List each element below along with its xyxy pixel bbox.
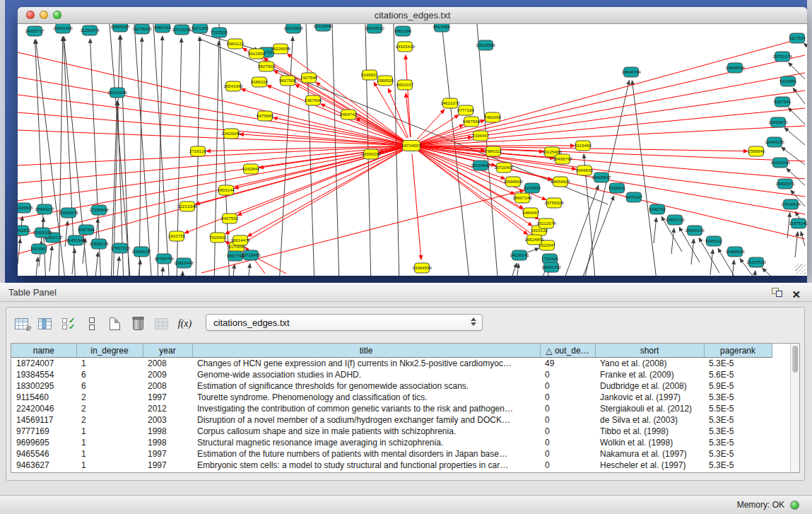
table-cell[interactable]: 2003	[143, 414, 192, 426]
graph-node[interactable]: 10453732	[665, 215, 685, 225]
graph-edge[interactable]	[113, 35, 120, 276]
graph-node[interactable]: 15276023	[132, 24, 152, 34]
table-cell[interactable]: 19384554	[11, 369, 76, 380]
graph-node[interactable]: 10688609	[503, 177, 523, 187]
table-cell[interactable]: 5.5E-5	[704, 403, 772, 414]
graph-edge[interactable]	[516, 264, 519, 276]
graph-node[interactable]: 13718485	[241, 250, 261, 260]
graph-node[interactable]: 9129966	[779, 76, 797, 86]
table-cell[interactable]: 0	[540, 392, 595, 403]
table-cell[interactable]: Stergiakouli et al. (2012)	[595, 403, 704, 414]
graph-node[interactable]: 14055717	[25, 26, 45, 36]
graph-node[interactable]: 11408608	[725, 247, 745, 257]
graph-node[interactable]: 7625402	[209, 233, 227, 243]
table-cell[interactable]: 1	[76, 426, 143, 437]
graph-node[interactable]: 10655287	[110, 24, 130, 32]
graph-node[interactable]: 9338911	[608, 183, 625, 193]
graph-node[interactable]: 3913967	[30, 244, 48, 254]
graph-node[interactable]: 2718126	[189, 146, 207, 156]
graph-node[interactable]: 12923448	[174, 258, 194, 268]
graph-edge[interactable]	[160, 267, 163, 276]
table-cell[interactable]: 0	[540, 448, 595, 460]
delete-table-button[interactable]	[129, 315, 148, 334]
graph-node[interactable]: 1595840	[748, 146, 765, 156]
graph-node[interactable]: 11252478	[80, 25, 100, 35]
graph-node[interactable]: 9227343	[774, 97, 792, 107]
graph-node[interactable]: 15994227	[35, 204, 54, 214]
graph-node[interactable]: 7462056	[484, 112, 502, 122]
table-cell[interactable]: 6	[76, 380, 143, 392]
graph-edge[interactable]	[579, 196, 614, 276]
graph-node[interactable]: 22420046	[221, 129, 241, 139]
table-row[interactable]: 946554611997Estimation of the future num…	[11, 448, 772, 460]
table-cell[interactable]: 9777169	[11, 426, 76, 437]
import-table-button[interactable]	[152, 315, 171, 334]
graph-node[interactable]: 7515520	[211, 28, 228, 37]
table-select-dropdown[interactable]: citations_edges.txt	[206, 314, 483, 331]
table-cell[interactable]: 1997	[143, 448, 192, 460]
table-cell[interactable]: Tibbo et al. (1998)	[595, 426, 704, 437]
table-cell[interactable]: 5.3E-5	[704, 437, 772, 448]
column-header-pagerank[interactable]: pagerank	[704, 344, 772, 358]
graph-edge[interactable]	[279, 37, 293, 276]
graph-node[interactable]: 16648784	[621, 67, 641, 77]
graph-node[interactable]: 16210643	[770, 158, 790, 168]
table-cell[interactable]: 5.3E-5	[704, 358, 772, 370]
graph-node[interactable]: 11675342	[789, 218, 807, 228]
column-header-title[interactable]: title	[192, 344, 540, 358]
graph-edge[interactable]	[417, 110, 445, 139]
graph-node[interactable]: 17957223	[110, 243, 130, 253]
graph-node[interactable]: 9115460	[575, 141, 592, 151]
function-builder-button[interactable]: f(x)	[175, 315, 194, 334]
table-row[interactable]: 946362711997Embryonic stem cells: a mode…	[11, 460, 772, 471]
table-cell[interactable]: 2008	[143, 358, 192, 370]
column-header-name[interactable]: name	[11, 344, 76, 358]
graph-node[interactable]: 19384554	[412, 263, 432, 273]
graph-node[interactable]: 9484067	[522, 208, 540, 218]
table-scrollbar[interactable]	[790, 344, 799, 472]
graph-node[interactable]: 15720407	[494, 163, 514, 173]
graph-edge[interactable]	[788, 107, 805, 124]
graph-node[interactable]: 1810755	[168, 231, 186, 241]
graph-node[interactable]: 11451944	[66, 235, 86, 245]
graph-node[interactable]: 10958107	[131, 247, 151, 257]
graph-node[interactable]: 9242844	[242, 164, 260, 174]
graph-edge[interactable]	[153, 24, 170, 276]
table-cell[interactable]: Tourette syndrome. Phenomenology and cla…	[192, 392, 540, 403]
graph-edge[interactable]	[264, 58, 404, 141]
graph-edge[interactable]	[49, 246, 52, 271]
table-cell[interactable]: 2	[76, 414, 143, 426]
graph-edge[interactable]	[753, 271, 755, 276]
table-cell[interactable]: Investigating the contribution of common…	[192, 403, 540, 414]
table-cell[interactable]: 1998	[143, 437, 192, 448]
table-cell[interactable]: Embryonic stem cells: a model to study s…	[192, 460, 540, 471]
table-cell[interactable]: 9465546	[11, 448, 76, 460]
graph-node[interactable]: 16649510	[365, 24, 384, 33]
graph-node[interactable]: 7986322	[485, 146, 502, 156]
graph-node[interactable]: 16033809	[283, 24, 303, 33]
close-panel-icon[interactable]: ✕	[792, 285, 801, 304]
row-height-button[interactable]	[82, 315, 101, 334]
column-select-button[interactable]	[35, 315, 54, 334]
table-cell[interactable]: 1998	[143, 426, 192, 437]
window-titlebar[interactable]: citations_edges.txt	[18, 7, 807, 24]
graph-node[interactable]: 1927546	[300, 73, 318, 83]
graph-node[interactable]: 20691406	[53, 24, 73, 33]
table-cell[interactable]: 14569117	[11, 414, 76, 426]
graph-node[interactable]: 15992971	[775, 179, 795, 189]
graph-edge[interactable]	[180, 271, 183, 276]
graph-node[interactable]: 25206505	[18, 203, 33, 213]
column-header-year[interactable]: year	[143, 344, 192, 358]
graph-node[interactable]: 8186328	[251, 77, 269, 87]
graph-edge[interactable]	[120, 35, 129, 276]
table-cell[interactable]: de Silva et al. (2003)	[595, 414, 704, 426]
graph-node[interactable]: 6479197	[625, 192, 643, 202]
graph-edge[interactable]	[763, 268, 781, 276]
column-header-out_de[interactable]: △ out_de…	[540, 344, 595, 358]
graph-node[interactable]: 18226058	[271, 44, 290, 54]
graph-node[interactable]: 1588520	[377, 76, 394, 86]
table-scrollbar-thumb[interactable]	[792, 346, 798, 373]
table-cell[interactable]: 6	[76, 369, 143, 380]
graph-edge[interactable]	[247, 264, 250, 276]
graph-node[interactable]: 2803144	[218, 185, 235, 195]
